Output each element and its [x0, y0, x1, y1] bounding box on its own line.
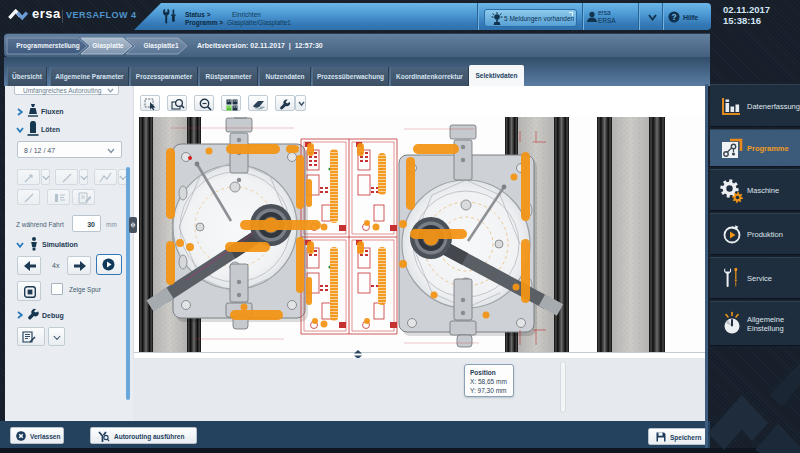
- svg-text:?: ?: [671, 12, 676, 22]
